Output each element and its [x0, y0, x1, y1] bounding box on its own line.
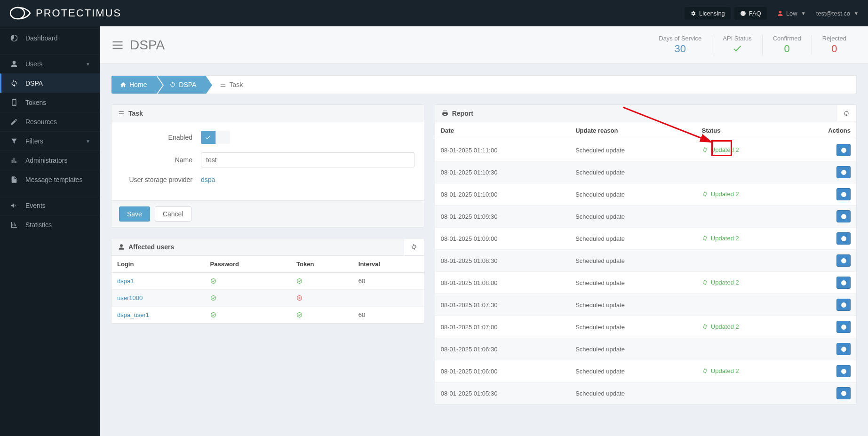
usp-link[interactable]: dspa	[201, 176, 215, 183]
caret-down-icon: ▼	[86, 62, 90, 67]
sync-icon	[702, 147, 708, 153]
info-button[interactable]	[836, 277, 851, 289]
breadcrumb-home[interactable]: Home	[111, 76, 156, 94]
info-icon	[841, 214, 847, 220]
user-login-link[interactable]: dspa_user1	[117, 311, 149, 318]
table-row: 08-01-2025 01:08:30Scheduled update	[435, 250, 856, 272]
status-updated: Updated 2	[702, 146, 739, 153]
sidebar-item-administrators[interactable]: Administrators	[0, 151, 100, 170]
report-panel: Report Date Update reason Status	[435, 104, 857, 404]
dashboard-icon	[9, 34, 19, 42]
sync-icon	[702, 279, 708, 285]
info-button[interactable]	[836, 254, 851, 267]
sidebar-item-label: Events	[25, 202, 46, 209]
task-panel-header: Task	[111, 105, 424, 122]
check-circle-icon	[210, 311, 216, 318]
interval-cell: 60	[353, 307, 424, 324]
topbar: PROTECTIMUS Licensing FAQ Low ▼ test@tes…	[0, 0, 868, 26]
sidebar-item-events[interactable]: Events	[0, 196, 100, 215]
col-password: Password	[205, 256, 291, 273]
info-button[interactable]	[836, 387, 851, 399]
affected-refresh-button[interactable]	[404, 239, 424, 255]
sidebar-item-dspa[interactable]: DSPA	[0, 73, 100, 93]
status-updated: Updated 2	[702, 235, 739, 242]
edit-icon	[9, 118, 19, 126]
info-icon	[841, 236, 847, 242]
sync-icon	[702, 235, 708, 241]
table-row: 08-01-2025 01:07:30Scheduled update	[435, 294, 856, 316]
reason-cell: Scheduled update	[570, 272, 696, 294]
save-button[interactable]: Save	[119, 206, 150, 222]
sidebar-item-tokens[interactable]: Tokens	[0, 93, 100, 112]
date-cell: 08-01-2025 01:06:30	[435, 338, 570, 360]
name-input[interactable]	[201, 152, 414, 167]
print-icon	[442, 110, 448, 117]
table-row: 08-01-2025 01:06:30Scheduled update	[435, 338, 856, 360]
list-icon	[111, 39, 124, 52]
info-icon	[841, 302, 847, 308]
info-button[interactable]	[836, 365, 851, 377]
sidebar-item-users[interactable]: Users▼	[0, 54, 100, 73]
caret-down-icon: ▼	[801, 11, 806, 16]
cancel-button[interactable]: Cancel	[155, 206, 191, 222]
info-icon	[841, 368, 847, 374]
info-button[interactable]	[836, 166, 851, 178]
caret-down-icon: ▼	[86, 139, 90, 144]
file-icon	[9, 176, 19, 183]
enabled-label: Enabled	[121, 134, 201, 141]
breadcrumb-task-label: Task	[229, 81, 243, 88]
stat-days-value: 30	[659, 43, 701, 55]
info-icon	[841, 324, 847, 330]
info-button[interactable]	[836, 188, 851, 200]
stat-rejected-value: 0	[822, 43, 846, 55]
info-button[interactable]	[836, 321, 851, 333]
table-row: dspa160	[111, 273, 424, 290]
reason-cell: Scheduled update	[570, 250, 696, 272]
stat-rejected: Rejected 0	[812, 35, 857, 55]
home-icon	[120, 81, 127, 88]
info-icon	[841, 258, 847, 264]
sidebar-item-resources[interactable]: Resources	[0, 112, 100, 131]
info-icon	[841, 147, 847, 153]
stat-confirmed: Confirmed 0	[762, 35, 812, 55]
stat-days-label: Days of Service	[659, 35, 701, 42]
check-icon	[732, 43, 742, 54]
info-button[interactable]	[836, 144, 851, 156]
alert-level-menu[interactable]: Low ▼	[777, 10, 806, 17]
sidebar-item-dashboard[interactable]: Dashboard	[0, 28, 100, 48]
stat-confirmed-value: 0	[773, 43, 801, 55]
faq-button[interactable]: FAQ	[734, 7, 767, 20]
reason-cell: Scheduled update	[570, 294, 696, 316]
sidebar-item-filters[interactable]: Filters▼	[0, 131, 100, 151]
account-menu[interactable]: test@test.co ▼	[816, 10, 859, 17]
sync-icon	[411, 244, 417, 250]
date-cell: 08-01-2025 01:07:00	[435, 316, 570, 338]
sidebar-item-statistics[interactable]: Statistics	[0, 215, 100, 234]
info-button[interactable]	[836, 343, 851, 355]
sync-icon	[702, 324, 708, 330]
stat-confirmed-label: Confirmed	[773, 35, 801, 42]
enabled-toggle[interactable]	[201, 131, 230, 144]
info-icon	[841, 169, 847, 175]
name-label: Name	[121, 156, 201, 164]
table-row: 08-01-2025 01:07:00Scheduled update Upda…	[435, 316, 856, 338]
user-login-link[interactable]: dspa1	[117, 277, 134, 285]
info-button[interactable]	[836, 232, 851, 245]
reason-cell: Scheduled update	[570, 360, 696, 382]
report-refresh-button[interactable]	[836, 105, 856, 121]
brand-logo[interactable]: PROTECTIMUS	[9, 6, 121, 20]
check-circle-icon	[210, 277, 216, 285]
licensing-button[interactable]: Licensing	[685, 7, 731, 20]
date-cell: 08-01-2025 01:07:30	[435, 294, 570, 316]
info-button[interactable]	[836, 210, 851, 222]
table-row: 08-01-2025 01:05:30Scheduled update	[435, 382, 856, 404]
sidebar-item-message-templates[interactable]: Message templates	[0, 170, 100, 189]
table-row: 08-01-2025 01:08:00Scheduled update Upda…	[435, 272, 856, 294]
user-login-link[interactable]: user1000	[117, 294, 143, 301]
breadcrumb-dspa-label: DSPA	[179, 81, 196, 88]
sidebar-item-label: Dashboard	[25, 34, 58, 42]
main: DSPA Days of Service 30 API Status Confi…	[100, 26, 868, 436]
user-icon	[9, 60, 19, 68]
gear-icon	[690, 10, 696, 16]
info-button[interactable]	[836, 299, 851, 311]
